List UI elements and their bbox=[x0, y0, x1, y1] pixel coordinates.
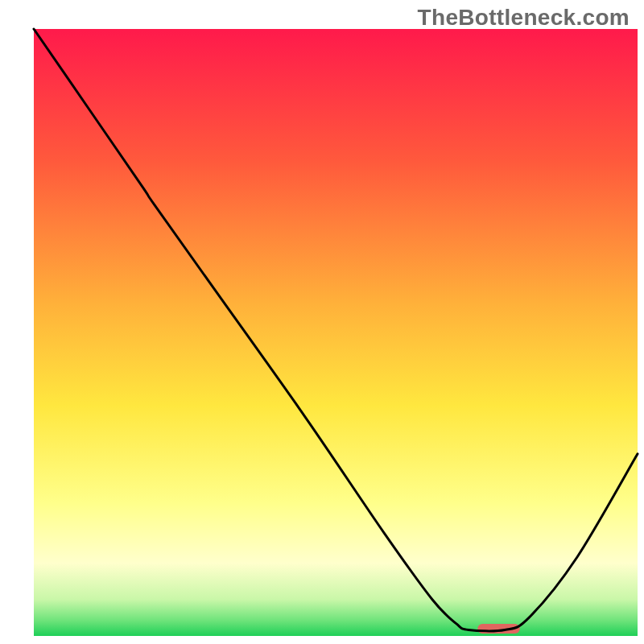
chart-svg bbox=[0, 0, 644, 644]
bottleneck-chart: TheBottleneck.com bbox=[0, 0, 644, 644]
plot-background bbox=[34, 29, 638, 636]
watermark-text: TheBottleneck.com bbox=[418, 5, 630, 31]
